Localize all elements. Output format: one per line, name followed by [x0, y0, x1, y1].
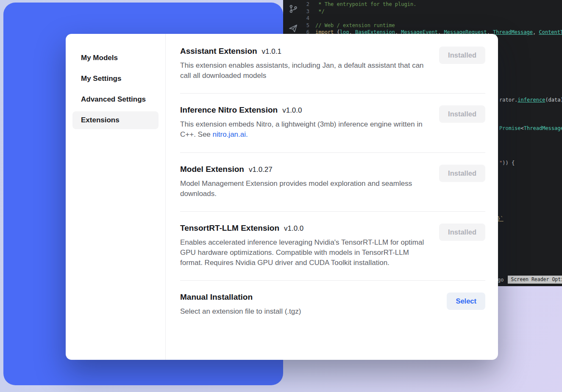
extension-title: Inference Nitro Extension	[180, 105, 278, 114]
extension-title: Manual Installation	[180, 293, 253, 301]
extension-title-line: Manual Installation	[180, 293, 301, 302]
extension-description: Model Management Extension provides mode…	[180, 179, 430, 199]
extension-version: v1.0.27	[249, 166, 273, 174]
line-number: 5	[283, 22, 315, 29]
line-number: 2	[283, 1, 315, 8]
extension-description: This extension embeds Nitro, a lightweig…	[180, 119, 430, 140]
extension-info: Inference Nitro Extensionv1.0.0This exte…	[180, 105, 430, 140]
code-text: // Web / extension runtime	[315, 22, 395, 28]
extension-info: TensortRT-LLM Extensionv1.0.0Enables acc…	[180, 224, 430, 268]
extension-title: TensortRT-LLM Extension	[180, 224, 279, 232]
code-text: * The entrypoint for the plugin.	[315, 1, 416, 7]
sidebar-item-extensions[interactable]: Extensions	[72, 111, 159, 129]
extension-row-assistant-extension: Assistant Extensionv1.0.1This extension …	[180, 35, 485, 94]
extension-title-line: Model Extensionv1.0.27	[180, 165, 430, 174]
extension-info: Assistant Extensionv1.0.1This extension …	[180, 47, 430, 81]
extension-row-tensortrt-llm-extension: TensortRT-LLM Extensionv1.0.0Enables acc…	[180, 212, 485, 281]
extension-title-line: Inference Nitro Extensionv1.0.0	[180, 105, 430, 115]
code-lines: 2 * The entrypoint for the plugin.3 */45…	[283, 1, 562, 36]
installed-button-tensortrt-llm-extension[interactable]: Installed	[439, 224, 485, 241]
desktop-background: 2 * The entrypoint for the plugin.3 */45…	[0, 0, 562, 392]
extension-row-manual-installation: Manual InstallationSelect an extension f…	[180, 281, 485, 329]
extension-info: Manual InstallationSelect an extension f…	[180, 293, 301, 317]
sidebar-item-my-models[interactable]: My Models	[72, 49, 159, 67]
nitro-link[interactable]: nitro.jan.ai.	[213, 130, 248, 138]
extension-row-model-extension: Model Extensionv1.0.27Model Management E…	[180, 153, 485, 212]
line-number: 4	[283, 15, 315, 22]
status-text: go	[498, 277, 504, 283]
sidebar-item-advanced-settings[interactable]: Advanced Settings	[72, 91, 159, 108]
extension-version: v1.0.0	[282, 106, 302, 114]
sidebar-item-my-settings[interactable]: My Settings	[72, 70, 159, 88]
line-number: 3	[283, 8, 315, 15]
code-line: 4	[283, 15, 562, 22]
editor-status-bar: go Screen Reader Optimize	[498, 276, 562, 284]
extension-description: Enables accelerated inference leveraging…	[180, 237, 430, 268]
installed-button-model-extension[interactable]: Installed	[439, 165, 485, 182]
code-line: 5// Web / extension runtime	[283, 22, 562, 29]
extension-version: v1.0.1	[262, 47, 281, 55]
extension-title: Assistant Extension	[180, 47, 257, 55]
extensions-panel: Assistant Extensionv1.0.1This extension …	[166, 34, 498, 360]
extension-title-line: TensortRT-LLM Extensionv1.0.0	[180, 224, 430, 233]
extension-version: v1.0.0	[284, 224, 303, 232]
select-button-manual-installation[interactable]: Select	[447, 293, 485, 310]
installed-button-inference-nitro-extension[interactable]: Installed	[439, 105, 485, 123]
code-fragment: Promise<ThreadMessage>	[499, 125, 562, 132]
code-fragment: ")) {	[499, 160, 515, 166]
installed-button-assistant-extension[interactable]: Installed	[439, 47, 485, 64]
code-fragment: rator.inference(data));	[499, 97, 562, 103]
settings-modal: My ModelsMy SettingsAdvanced SettingsExt…	[66, 34, 498, 360]
code-line: 2 * The entrypoint for the plugin.	[283, 1, 562, 8]
code-text: */	[315, 8, 325, 14]
extension-description: Select an extension file to install (.tg…	[180, 306, 301, 317]
extension-description: This extension enables assistants, inclu…	[180, 61, 430, 81]
code-line: 3 */	[283, 8, 562, 15]
settings-sidebar: My ModelsMy SettingsAdvanced SettingsExt…	[66, 34, 166, 360]
screen-reader-badge[interactable]: Screen Reader Optimize	[508, 276, 562, 284]
extension-row-inference-nitro-extension: Inference Nitro Extensionv1.0.0This exte…	[180, 94, 485, 152]
extension-title-line: Assistant Extensionv1.0.1	[180, 47, 430, 56]
extension-title: Model Extension	[180, 165, 244, 174]
extension-info: Model Extensionv1.0.27Model Management E…	[180, 165, 430, 199]
